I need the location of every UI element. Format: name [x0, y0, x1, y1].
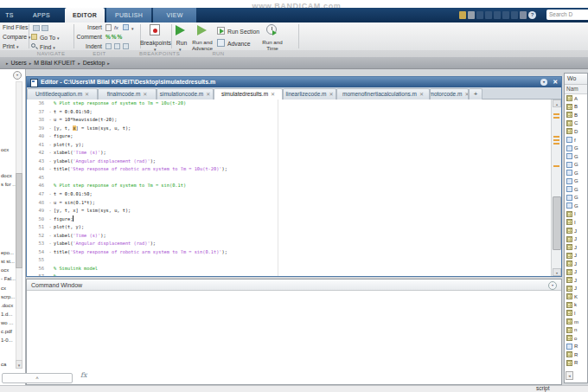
code-line-55[interactable]: 55	[27, 256, 561, 265]
close-icon[interactable]: ✕	[553, 78, 558, 87]
panel-menu-icon[interactable]: ▾	[13, 71, 22, 80]
code-line-47[interactable]: 47-t = 0:0.01:50;	[27, 190, 561, 199]
undo-icon[interactable]	[502, 11, 509, 19]
workspace-variable-row[interactable]: l	[565, 309, 587, 318]
annotation-marker[interactable]	[553, 136, 559, 138]
comment-icons[interactable]: %%%	[105, 34, 123, 41]
workspace-variable-row[interactable]: G	[565, 194, 587, 202]
redo-icon[interactable]	[511, 11, 518, 19]
workspace-variable-row[interactable]: f	[565, 136, 587, 145]
insert-image-icon[interactable]	[123, 24, 129, 30]
run-icon[interactable]	[176, 25, 185, 35]
code-line-53[interactable]: 53-ylabel('Angular displacement (rad)');	[27, 240, 561, 248]
workspace-variable-row[interactable]: B	[565, 111, 587, 119]
workspace-name-column[interactable]: Nam	[565, 85, 587, 94]
file-tab-motorcode.m[interactable]: motorcode.m✕	[430, 88, 469, 100]
workspace-variable-row[interactable]: I	[565, 210, 587, 219]
workspace-variable-row[interactable]: J	[565, 285, 587, 293]
workspace-variable-row[interactable]: J	[565, 235, 587, 243]
workspace-variable-row[interactable]: J	[565, 251, 587, 260]
file-tab-Untitledequation.m[interactable]: Untitledequation.m✕	[27, 88, 98, 100]
editor-title-bar[interactable]: Editor - C:\Users\M Bilal KFUEIT\Desktop…	[27, 77, 561, 87]
workspace-variable-row[interactable]: J	[565, 260, 587, 268]
run-and-time-icon[interactable]	[266, 24, 277, 35]
editor-actions-icon[interactable]: ▾	[540, 79, 547, 86]
tab-apps[interactable]: APPS	[20, 8, 63, 22]
workspace-variable-row[interactable]: G	[565, 144, 587, 152]
cut-icon[interactable]	[476, 11, 483, 19]
workspace-variable-row[interactable]: D	[565, 127, 587, 136]
workspace-variable-row[interactable]: A	[565, 94, 587, 103]
chevron-down-icon[interactable]: ▾	[131, 25, 134, 32]
new-tab-button[interactable]: +	[469, 88, 483, 100]
indent-right-icon[interactable]	[114, 43, 120, 49]
workspace-variable-row[interactable]: B	[565, 103, 587, 112]
tab-close-icon[interactable]: ✕	[271, 89, 275, 100]
workspace-variable-row[interactable]: K	[565, 292, 587, 301]
tab-close-icon[interactable]: ✕	[419, 89, 424, 100]
file-list-item[interactable]: 1.d...	[1, 312, 12, 317]
run-section-button[interactable]: Run Section	[227, 29, 259, 35]
workspace-variable-row[interactable]: R	[565, 342, 587, 350]
breadcrumb-arrow-icon[interactable]: ▸	[29, 61, 32, 66]
code-line-57[interactable]: 57%	[27, 273, 561, 276]
workspace-variable-row[interactable]: n	[565, 325, 587, 334]
workspace-variable-row[interactable]: R	[565, 359, 587, 368]
code-line-36[interactable]: 36% Plot step response of system to Tm =…	[27, 100, 561, 108]
workspace-variable-row[interactable]: G	[565, 185, 587, 194]
code-line-48[interactable]: 48-u = sin(0.1*t);	[27, 199, 561, 208]
code-area[interactable]: 36% Plot step response of system to Tm =…	[27, 100, 561, 276]
code-line-45[interactable]: 45	[27, 174, 561, 183]
tab-close-icon[interactable]: ✕	[206, 89, 210, 100]
file-list-item[interactable]: ocx	[1, 267, 9, 273]
file-list-item[interactable]: cx	[1, 286, 6, 291]
file-list-item[interactable]: epo...	[1, 250, 14, 255]
code-line-56[interactable]: 56% Simulink model	[27, 265, 561, 273]
tab-editor[interactable]: EDITOR	[65, 8, 105, 22]
file-tab-linearlizecode.m[interactable]: linearlizecode.m✕	[283, 88, 336, 100]
breadcrumb-arrow-icon[interactable]: ▸	[6, 61, 9, 66]
file-list-item[interactable]: - Fal...	[1, 276, 16, 281]
code-line-50[interactable]: 50-figure;	[27, 215, 561, 224]
scroll-down-arrow[interactable]: ▾	[16, 360, 22, 369]
file-list-item[interactable]: ocx	[1, 147, 9, 152]
breadcrumb-item[interactable]: M Bilal KFUEIT	[34, 60, 75, 66]
file-list-item[interactable]: s for ...	[1, 182, 16, 187]
scroll-down-arrow[interactable]: ▾	[553, 268, 561, 276]
workspace-variable-row[interactable]: G	[565, 169, 587, 177]
code-line-38[interactable]: 38-u = 10*heaviside(t-20);	[27, 116, 561, 125]
goto-button[interactable]: Go To ▾	[40, 35, 59, 42]
back-icon[interactable]	[33, 25, 40, 31]
panel-actions-icon[interactable]: ▾	[548, 281, 557, 290]
code-line-52[interactable]: 52-xlabel('Time (s)');	[27, 232, 561, 241]
scroll-up-arrow[interactable]: ▴	[553, 100, 561, 107]
file-list-item[interactable]: ca	[1, 362, 6, 367]
code-line-42[interactable]: 42-xlabel('Time (s)');	[27, 149, 561, 157]
file-tab-finalmcode.m[interactable]: finalmcode.m✕	[98, 88, 157, 100]
code-line-43[interactable]: 43-ylabel('Angular displacement (rad)');	[27, 157, 561, 166]
code-line-46[interactable]: 46% Plot step response of system to Tm =…	[27, 182, 561, 190]
breadcrumb-item[interactable]: Users	[11, 60, 27, 66]
find-button[interactable]: Find ▾	[40, 44, 55, 51]
smart-indent-icon[interactable]	[105, 43, 112, 49]
workspace-variable-row[interactable]: m	[565, 318, 587, 326]
file-tab-momenofinertiacalculations.m[interactable]: momenofinertiacalculations.m✕	[336, 88, 430, 100]
code-line-41[interactable]: 41-plot(t, y);	[27, 141, 561, 150]
breadcrumb-arrow-icon[interactable]: ▸	[107, 61, 110, 66]
copy-icon[interactable]	[485, 11, 492, 19]
workspace-variable-row[interactable]: J	[565, 243, 587, 252]
workspace-variable-row[interactable]: C	[565, 119, 587, 128]
find-files-button[interactable]: Find Files	[3, 24, 28, 31]
advance-icon[interactable]	[217, 39, 225, 47]
workspace-variable-row[interactable]: k	[565, 301, 587, 310]
run-section-icon[interactable]	[217, 27, 225, 35]
command-window[interactable]: Command Window ▾ fx	[26, 279, 562, 385]
compare-button[interactable]: Compare ▾	[3, 34, 30, 41]
workspace-variable-row[interactable]: J	[565, 267, 587, 276]
search-documentation-input[interactable]: Search D	[546, 10, 588, 20]
file-list-item[interactable]: .docx	[1, 303, 13, 308]
breakpoints-icon[interactable]	[150, 24, 160, 35]
code-line-49[interactable]: 49-[y, t, x] = lsim(sys, u, t);	[27, 207, 561, 215]
workspace-variable-row[interactable]: J	[565, 227, 587, 235]
file-list-item[interactable]: 1-0...	[1, 337, 13, 343]
